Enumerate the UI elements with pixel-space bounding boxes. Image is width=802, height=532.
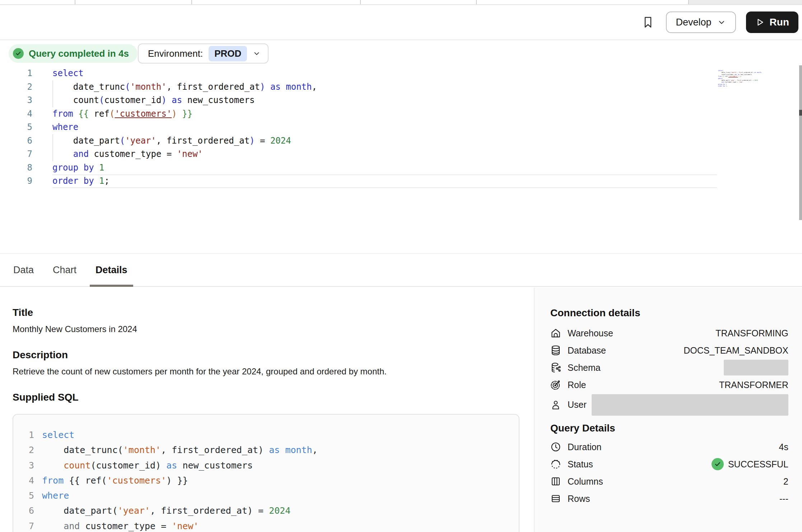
- code-line[interactable]: 8group by 1: [0, 161, 802, 175]
- environment-label: Environment:: [148, 48, 203, 59]
- role-label: Role: [568, 380, 586, 390]
- rows-label: Rows: [568, 494, 590, 504]
- role-value: TRANSFORMER: [719, 380, 788, 390]
- status-value-text: SUCCESSFUL: [728, 459, 788, 470]
- supplied-sql-card: 1select2 date_trunc('month', first_order…: [13, 414, 519, 532]
- code-line: 1select: [13, 428, 519, 443]
- tab-chart-label: Chart: [53, 265, 76, 276]
- line-number: 3: [13, 458, 34, 473]
- duration-label: Duration: [568, 442, 602, 452]
- sql-editor[interactable]: 1select2 date_trunc('month', first_order…: [0, 67, 802, 218]
- run-label: Run: [770, 17, 789, 28]
- query-row-rows: Rows ---: [550, 490, 788, 507]
- database-label: Database: [568, 345, 606, 356]
- columns-icon: [550, 476, 563, 487]
- query-row-columns: Columns 2: [550, 473, 788, 490]
- line-number: 6: [13, 503, 34, 518]
- code-line[interactable]: 6 date_part('year', first_ordered_at) = …: [0, 134, 802, 148]
- schema-value-redacted: [724, 360, 788, 375]
- chevron-down-icon: [253, 50, 261, 57]
- warehouse-icon: [550, 328, 563, 339]
- bookmark-icon[interactable]: [640, 14, 656, 30]
- status-spinner-icon: [550, 459, 563, 470]
- line-number: 5: [0, 121, 52, 134]
- tab-details-label: Details: [95, 265, 127, 276]
- title-value: Monthly New Customers in 2024: [13, 324, 519, 334]
- editor-scrollbar[interactable]: [799, 65, 802, 220]
- code-line: 7 and customer_type = 'new': [13, 519, 519, 532]
- title-heading: Title: [13, 307, 519, 318]
- code-line: 6 date_part('year', first_ordered_at) = …: [13, 503, 519, 518]
- connection-row-role: Role TRANSFORMER: [550, 376, 788, 393]
- query-row-status: Status SUCCESSFUL: [550, 456, 788, 473]
- minimap[interactable]: select date_trunc('month', first_ordered…: [718, 70, 760, 87]
- code-line[interactable]: 9order by 1;: [0, 174, 802, 188]
- run-button[interactable]: Run: [746, 11, 798, 33]
- user-value-redacted: [592, 394, 788, 416]
- tab-chart[interactable]: Chart: [52, 254, 77, 286]
- connection-details-heading: Connection details: [550, 307, 788, 319]
- duration-value: 4s: [779, 442, 788, 452]
- environment-select[interactable]: Environment: PROD: [138, 43, 269, 64]
- database-icon: [550, 345, 563, 356]
- description-value: Retrieve the count of new customers per …: [13, 367, 519, 377]
- duration-icon: [550, 442, 563, 452]
- connection-row-database: Database DOCS_TEAM_SANDBOX: [550, 342, 788, 359]
- environment-value-pill: PROD: [209, 46, 247, 61]
- supplied-sql-code: 1select2 date_trunc('month', first_order…: [13, 428, 519, 532]
- develop-label: Develop: [676, 17, 712, 28]
- line-number: 7: [0, 148, 52, 161]
- tab-strip-divider: [75, 0, 75, 4]
- warehouse-label: Warehouse: [568, 328, 613, 339]
- tab-data-label: Data: [13, 265, 34, 276]
- status-label: Status: [568, 459, 593, 470]
- code-line[interactable]: 5where: [0, 121, 802, 134]
- rows-icon: [550, 493, 563, 504]
- line-number: 3: [0, 94, 52, 107]
- code-line: 4from {{ ref('customers') }}: [13, 473, 519, 488]
- code-line[interactable]: 2 date_trunc('month', first_ordered_at) …: [0, 80, 802, 94]
- tab-strip-divider: [191, 0, 192, 4]
- database-value: DOCS_TEAM_SANDBOX: [684, 345, 788, 356]
- code-line[interactable]: 3 count(customer_id) as new_customers: [0, 94, 802, 107]
- success-check-icon: [712, 458, 724, 470]
- line-number: 9: [0, 174, 52, 188]
- code-line: 2 date_trunc('month', first_ordered_at) …: [13, 443, 519, 458]
- query-row-duration: Duration 4s: [550, 438, 788, 456]
- line-number: 4: [0, 107, 52, 121]
- status-row: Query completed in 4s Environment: PROD: [0, 41, 802, 67]
- role-icon: [550, 379, 563, 390]
- description-heading: Description: [13, 349, 519, 361]
- code-line[interactable]: 4from {{ ref('customers') }}: [0, 107, 802, 121]
- tab-strip-divider: [476, 0, 477, 4]
- develop-dropdown-button[interactable]: Develop: [666, 11, 736, 33]
- tab-strip-divider: [360, 0, 361, 4]
- line-number: 5: [13, 488, 34, 503]
- connection-row-schema: Schema: [550, 359, 788, 376]
- browser-tab-strip: [0, 0, 802, 5]
- columns-value: 2: [783, 476, 788, 487]
- connection-row-user: User: [550, 393, 788, 416]
- tab-details[interactable]: Details: [95, 254, 128, 286]
- supplied-sql-heading: Supplied SQL: [13, 392, 519, 403]
- code-line: 5where: [13, 488, 519, 503]
- line-number: 6: [0, 134, 52, 148]
- editor-code[interactable]: 1select2 date_trunc('month', first_order…: [0, 67, 802, 188]
- tab-strip-divider: [688, 0, 689, 4]
- chevron-down-icon: [717, 18, 726, 27]
- tab-strip-gray-segment: [688, 0, 802, 4]
- schema-label: Schema: [568, 363, 601, 373]
- tab-data[interactable]: Data: [13, 254, 34, 286]
- code-line[interactable]: 1select: [0, 67, 802, 80]
- rows-value: ---: [779, 494, 788, 504]
- user-label: User: [568, 400, 587, 410]
- query-details-heading: Query Details: [550, 423, 788, 434]
- check-circle-icon: [13, 48, 24, 59]
- active-tab-underline: [90, 285, 133, 287]
- line-number: 7: [13, 519, 34, 532]
- details-right-pane: Connection details Warehouse TRANSFORMIN…: [534, 288, 802, 532]
- code-line[interactable]: 7 and customer_type = 'new': [0, 148, 802, 161]
- editor-scrollbar-thumb[interactable]: [799, 110, 802, 116]
- line-number: 8: [0, 161, 52, 175]
- details-left-pane: Title Monthly New Customers in 2024 Desc…: [0, 288, 534, 532]
